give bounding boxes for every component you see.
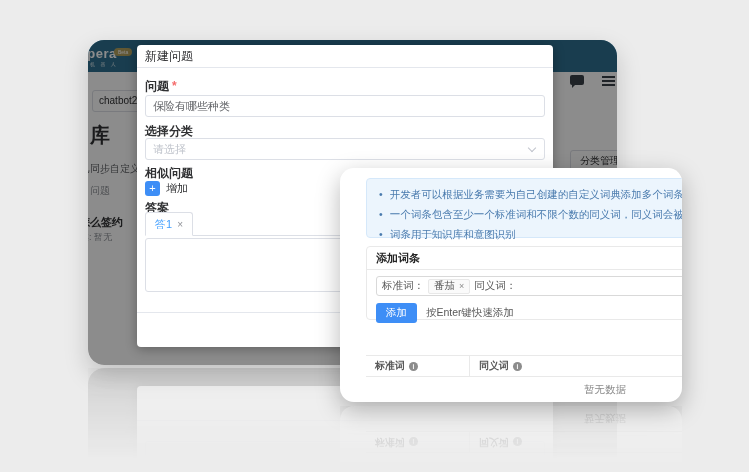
table-header: 标准词 i 同义词 i bbox=[366, 355, 682, 377]
tag-close-icon[interactable]: × bbox=[459, 281, 464, 291]
column-synonym: 同义词 i bbox=[470, 356, 682, 376]
similar-questions-label: 相似问题 bbox=[145, 165, 193, 182]
add-similar-row: + 增加 bbox=[145, 181, 188, 196]
entries-table: 标准词 i 同义词 i 暂无数据 bbox=[366, 355, 682, 402]
tip-line: 词条用于知识库和意图识别 bbox=[379, 224, 682, 244]
question-label: 问题* bbox=[145, 78, 177, 95]
info-alert: 开发者可以根据业务需要为自己创建的自定义词典添加多个词条。 一个词条包含至少一个… bbox=[366, 178, 682, 238]
standard-word-tag: 番茄 × bbox=[428, 279, 470, 294]
screenshot-stage: Chatopera Beta 机 器 人 chatbot2 库 已同步自定义 问… bbox=[0, 0, 749, 472]
plus-icon[interactable]: + bbox=[145, 181, 160, 196]
standard-word-label: 标准词： bbox=[382, 279, 424, 293]
tip-line: 一个词条包含至少一个标准词和不限个数的同义词，同义词会被识别为标准词。 bbox=[379, 204, 682, 224]
chevron-down-icon bbox=[528, 144, 536, 152]
enter-hint: 按Enter键快速添加 bbox=[426, 306, 514, 320]
tab-answer-1[interactable]: 答1 × bbox=[145, 212, 193, 236]
tip-line: 开发者可以根据业务需要为自己创建的自定义词典添加多个词条。 bbox=[379, 184, 682, 204]
add-similar-label[interactable]: 增加 bbox=[166, 181, 188, 196]
info-icon[interactable]: i bbox=[409, 362, 418, 371]
modal-title: 新建问题 bbox=[137, 45, 553, 68]
required-asterisk: * bbox=[172, 79, 177, 93]
synonym-label: 同义词： bbox=[474, 279, 516, 293]
add-entry-title: 添加词条 bbox=[367, 247, 682, 270]
category-select[interactable]: 请选择 bbox=[145, 138, 545, 160]
add-entry-button[interactable]: 添加 bbox=[376, 303, 417, 323]
info-icon[interactable]: i bbox=[513, 362, 522, 371]
question-input[interactable]: 保险有哪些种类 bbox=[145, 95, 545, 117]
entry-actions: 添加 按Enter键快速添加 bbox=[376, 303, 682, 323]
add-entry-panel: 添加词条 标准词： 番茄 × 同义词： 添加 按Enter键快速添加 bbox=[366, 246, 682, 320]
column-standard-word: 标准词 i bbox=[366, 356, 470, 376]
tab-close-icon[interactable]: × bbox=[177, 219, 183, 230]
dictionary-panel: 开发者可以根据业务需要为自己创建的自定义词典添加多个词条。 一个词条包含至少一个… bbox=[340, 168, 682, 402]
empty-data-row: 暂无数据 bbox=[366, 377, 682, 402]
entry-input[interactable]: 标准词： 番茄 × 同义词： bbox=[376, 276, 682, 296]
